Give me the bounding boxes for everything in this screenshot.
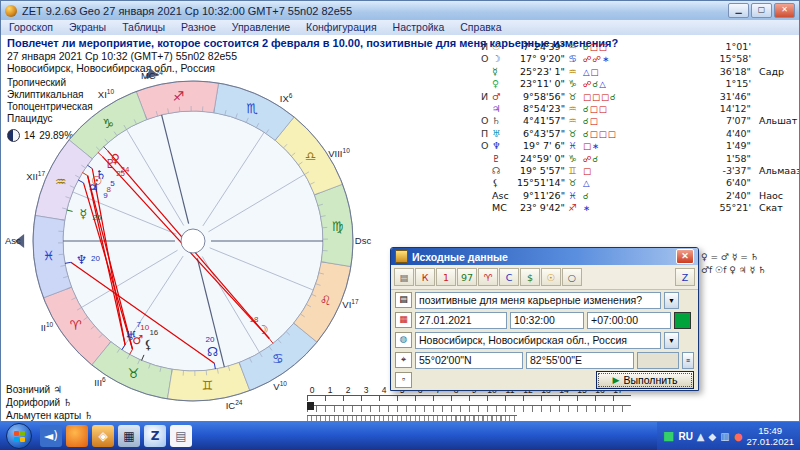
ruler-number-2: 2 [341, 385, 355, 395]
zet-app-icon[interactable]: Z [144, 425, 166, 447]
timezone-input[interactable] [587, 312, 671, 329]
house-label-MC: MC24 [141, 69, 163, 81]
system-tray: ■ RU ▲ ◆ ▥ ● 15:49 27.01.2021 [657, 422, 800, 450]
dialog-toolbar-button-0[interactable]: ▤ [394, 268, 414, 286]
sign-glyph-5: ♍ [331, 219, 343, 234]
place-row: ◍ ▼ [391, 330, 698, 350]
ruler-slider[interactable] [307, 402, 314, 410]
execute-button[interactable]: ▶ Выполнить [596, 371, 694, 389]
tray-green-icon[interactable]: ■ [663, 429, 674, 443]
menu-item-4[interactable]: Управление [224, 20, 298, 35]
dialog-toolbar-button-1[interactable]: К [415, 268, 435, 286]
app-icon [5, 5, 17, 17]
place-dropdown-icon[interactable]: ▼ [664, 332, 679, 349]
app-orange-icon[interactable]: ◈ [92, 425, 114, 447]
browser-icon[interactable] [66, 425, 88, 447]
dialog-toolbar-button-9[interactable]: Z [675, 268, 695, 286]
ruler-track-hours[interactable] [307, 405, 631, 412]
menu-item-2[interactable]: Таблицы [114, 20, 173, 35]
time-input[interactable] [510, 312, 584, 329]
almuten-line-2: Альмутен карты ♄ [6, 409, 93, 421]
minimize-button[interactable]: ▁ [728, 3, 749, 18]
ruler-number-3: 3 [359, 385, 373, 395]
close-button[interactable]: ✕ [774, 3, 795, 18]
query-dropdown-icon[interactable]: ▼ [664, 292, 679, 309]
natal-wheel[interactable]: ♈♉♊♋♌♍♎♏♐♑♒♓AscII10III6IC24V10VI17DscVII… [3, 53, 383, 421]
longitude-input[interactable] [526, 352, 634, 369]
wheel-svg[interactable]: ♈♉♊♋♌♍♎♏♐♑♒♓AscII10III6IC24V10VI17DscVII… [3, 53, 383, 421]
planet-row-3: ♀23°11' 0"♑☍☌△1°15' [481, 78, 799, 90]
planet-glyph-5: ♃ [88, 180, 99, 195]
house-label-VIII: VIII10 [328, 147, 350, 159]
sign-glyph-2: ♊ [202, 378, 214, 393]
dialog-icon [395, 250, 408, 263]
planet-glyph-2: ☿ [79, 206, 87, 221]
planet-glyph: МС [492, 202, 507, 214]
reception-line-1: ♀ = ♂ ☿ = ♄ [701, 251, 766, 264]
calculator-icon[interactable]: ▦ [118, 425, 140, 447]
menu-item-5[interactable]: Конфигурация [298, 20, 384, 35]
dialog-toolbar-button-6[interactable]: $ [520, 268, 540, 286]
zet-window: ZET 9.2.63 Geo 27 января 2021 Ср 10:32:0… [0, 0, 800, 422]
planet-glyph: ♀ [492, 78, 507, 90]
ruler-number-0: 0 [305, 385, 319, 395]
almuten-line-1: Дорифорий ♄ [6, 396, 93, 409]
window-title: ZET 9.2.63 Geo 27 января 2021 Ср 10:32:0… [22, 5, 352, 17]
ruler-number-1: 1 [323, 385, 337, 395]
planet-row-10: ☊19° 5'57"♊□-3'37"Альмааз [481, 165, 799, 177]
window-titlebar[interactable]: ZET 9.2.63 Geo 27 января 2021 Ср 10:32:0… [1, 1, 799, 20]
execute-label: Выполнить [624, 374, 678, 386]
dialog-toolbar-button-3[interactable]: 97 [457, 268, 477, 286]
play-icon: ▶ [613, 375, 620, 385]
atlas-button[interactable]: ≡ [682, 352, 694, 369]
house-label-IX: IX6 [280, 92, 293, 104]
color-swatch[interactable] [674, 312, 691, 329]
volume-taskbar-icon[interactable]: ◄) [40, 425, 62, 447]
shield-icon[interactable]: ◆ [709, 431, 717, 442]
menu-item-6[interactable]: Настройка [385, 20, 453, 35]
dialog-toolbar: ▤К197♈С$☉○Z [391, 265, 698, 290]
dialog-close-icon[interactable]: ✕ [676, 249, 694, 264]
ruler-track-minutes[interactable] [307, 415, 517, 421]
dialog-toolbar-button-7[interactable]: ☉ [541, 268, 561, 286]
sign-glyph-7: ♏ [247, 101, 259, 116]
network-icon[interactable]: ▥ [720, 431, 729, 442]
menu-item-3[interactable]: Разное [173, 20, 224, 35]
planet-glyph: ♅ [492, 128, 507, 140]
dialog-toolbar-button-5[interactable]: С [499, 268, 519, 286]
hidden-icons-chevron[interactable]: ▲ [697, 431, 705, 442]
place-input[interactable] [415, 332, 661, 349]
desktop: ZET 9.2.63 Geo 27 января 2021 Ср 10:32:0… [0, 0, 800, 450]
house-label-VI: VI17 [342, 298, 359, 310]
menu-item-1[interactable]: Экраны [61, 20, 114, 35]
maximize-button[interactable]: ▢ [751, 3, 772, 18]
alert-icon[interactable]: ● [734, 431, 743, 442]
wheel-center-circle [181, 229, 205, 253]
dialog-toolbar-button-8[interactable]: ○ [562, 268, 582, 286]
planet-glyph: ☿ [492, 66, 507, 78]
start-button[interactable] [6, 423, 32, 449]
query-input[interactable] [415, 292, 661, 309]
planet-glyph: ♆ [492, 140, 507, 152]
menu-item-7[interactable]: Справка [452, 20, 509, 35]
planet-glyph-8: ♆ [76, 252, 87, 267]
taskbar-clock[interactable]: 15:49 27.01.2021 [746, 425, 794, 447]
menu-item-0[interactable]: Гороскоп [1, 20, 61, 35]
document-taskbar-icon[interactable]: ▤ [170, 425, 192, 447]
date-input[interactable] [415, 312, 507, 329]
planet-row-9: ♇24°59' 0"♑☍☌1'58" [481, 153, 799, 165]
planet-degree-2: 26 [92, 213, 101, 222]
dialog-toolbar-button-2[interactable]: 1 [436, 268, 456, 286]
reception-notes: ♀ = ♂ ☿ = ♄ ♂f ☉f ♀ ♃ ☿ ♄ [701, 251, 766, 277]
language-indicator[interactable]: RU [678, 431, 692, 442]
dialog-titlebar[interactable]: Исходные данные ✕ [391, 248, 698, 265]
planet-degree-1: 18 [250, 315, 259, 324]
latitude-input[interactable] [415, 352, 523, 369]
reception-line-2: ♂f ☉f ♀ ♃ ☿ ♄ [701, 264, 766, 277]
window-controls: ▁ ▢ ✕ [728, 3, 795, 18]
almuten-line-0: Возничий ♃ [6, 383, 93, 396]
dialog-toolbar-button-4[interactable]: ♈ [478, 268, 498, 286]
planet-row-5: ♃8°54'23"♒☌□□14'12" [481, 103, 799, 115]
sign-glyph-8: ♐ [172, 89, 184, 104]
sign-glyph-9: ♑ [102, 116, 114, 131]
